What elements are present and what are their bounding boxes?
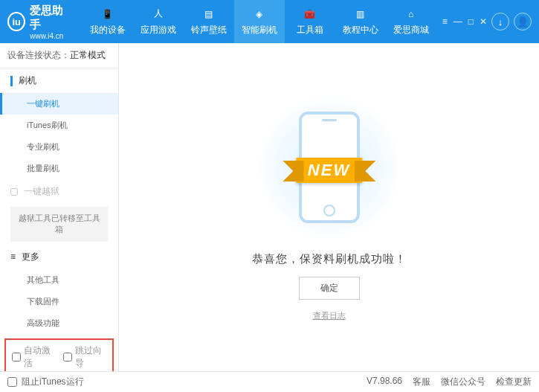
options-box: 自动激活 跳过向导 bbox=[4, 338, 114, 371]
app-name: 爱思助手 bbox=[30, 4, 71, 32]
checkbox-skip-guide[interactable]: 跳过向导 bbox=[63, 344, 107, 370]
checkbox-block-itunes[interactable]: 阻止iTunes运行 bbox=[7, 376, 84, 388]
ok-button[interactable]: 确定 bbox=[299, 277, 360, 300]
logo-icon: iu bbox=[7, 12, 25, 31]
section-jailbreak: 一键越狱 bbox=[0, 179, 118, 204]
sidebar-item-advanced[interactable]: 高级功能 bbox=[0, 312, 118, 334]
sidebar-item-one-key-flash[interactable]: 一键刷机 bbox=[0, 93, 118, 115]
view-log-link[interactable]: 查看日志 bbox=[313, 310, 346, 321]
minimize-icon[interactable]: — bbox=[454, 16, 462, 27]
close-icon[interactable]: ✕ bbox=[480, 16, 487, 27]
footer-support[interactable]: 客服 bbox=[413, 376, 430, 388]
success-illustration: NEW bbox=[255, 93, 404, 242]
image-icon: ▤ bbox=[202, 7, 216, 21]
jailbreak-note: 越狱工具已转移至工具箱 bbox=[10, 207, 108, 242]
phone-icon: 📱 bbox=[101, 7, 114, 21]
sidebar-item-download-firmware[interactable]: 下载固件 bbox=[0, 291, 118, 312]
toolbox-icon: 🧰 bbox=[303, 7, 317, 21]
download-button[interactable]: ↓ bbox=[491, 13, 509, 30]
checkbox-auto-activate[interactable]: 自动激活 bbox=[12, 344, 56, 370]
lock-icon bbox=[10, 188, 18, 196]
book-icon: ▥ bbox=[354, 7, 367, 21]
nav-apps-games[interactable]: 人应用游戏 bbox=[133, 0, 184, 43]
nav-store[interactable]: ⌂爱思商城 bbox=[386, 0, 436, 43]
menu-icon[interactable]: ≡ bbox=[442, 16, 448, 27]
nav-toolbox[interactable]: 🧰工具箱 bbox=[285, 0, 335, 43]
flash-icon: ◈ bbox=[253, 7, 266, 21]
maximize-icon[interactable]: □ bbox=[468, 16, 474, 27]
sidebar-item-other-tools[interactable]: 其他工具 bbox=[0, 269, 118, 291]
app-logo: iu 爱思助手 www.i4.cn bbox=[7, 4, 71, 40]
window-controls: ≡ — □ ✕ bbox=[442, 16, 487, 27]
section-flash[interactable]: 刷机 bbox=[0, 68, 118, 93]
nav-tabs: 📱我的设备 人应用游戏 ▤铃声壁纸 ◈智能刷机 🧰工具箱 ▥教程中心 ⌂爱思商城 bbox=[83, 0, 436, 43]
sidebar-item-batch-flash[interactable]: 批量刷机 bbox=[0, 158, 118, 179]
version-label: V7.98.66 bbox=[367, 376, 402, 388]
footer-check-update[interactable]: 检查更新 bbox=[496, 376, 532, 388]
nav-ringtones[interactable]: ▤铃声壁纸 bbox=[184, 0, 234, 43]
connection-status: 设备连接状态：正常模式 bbox=[0, 43, 118, 68]
sidebar-item-itunes-flash[interactable]: iTunes刷机 bbox=[0, 115, 118, 136]
nav-my-device[interactable]: 📱我的设备 bbox=[83, 0, 133, 43]
main-content: NEW 恭喜您，保资料刷机成功啦！ 确定 查看日志 bbox=[119, 43, 539, 371]
user-button[interactable]: 👤 bbox=[514, 13, 532, 30]
app-url: www.i4.cn bbox=[30, 32, 71, 40]
nav-tutorials[interactable]: ▥教程中心 bbox=[335, 0, 386, 43]
status-bar: 阻止iTunes运行 V7.98.66 客服 微信公众号 检查更新 bbox=[0, 371, 539, 392]
footer-wechat[interactable]: 微信公众号 bbox=[441, 376, 485, 388]
success-message: 恭喜您，保资料刷机成功啦！ bbox=[252, 252, 407, 266]
sidebar: 设备连接状态：正常模式 刷机 一键刷机 iTunes刷机 专业刷机 批量刷机 一… bbox=[0, 43, 119, 371]
sidebar-item-pro-flash[interactable]: 专业刷机 bbox=[0, 136, 118, 158]
store-icon: ⌂ bbox=[404, 7, 418, 21]
new-ribbon: NEW bbox=[296, 158, 362, 183]
section-more[interactable]: ≡更多 bbox=[0, 245, 118, 269]
apps-icon: 人 bbox=[152, 7, 165, 21]
nav-smart-flash[interactable]: ◈智能刷机 bbox=[234, 0, 285, 43]
title-bar: iu 爱思助手 www.i4.cn 📱我的设备 人应用游戏 ▤铃声壁纸 ◈智能刷… bbox=[0, 0, 539, 43]
